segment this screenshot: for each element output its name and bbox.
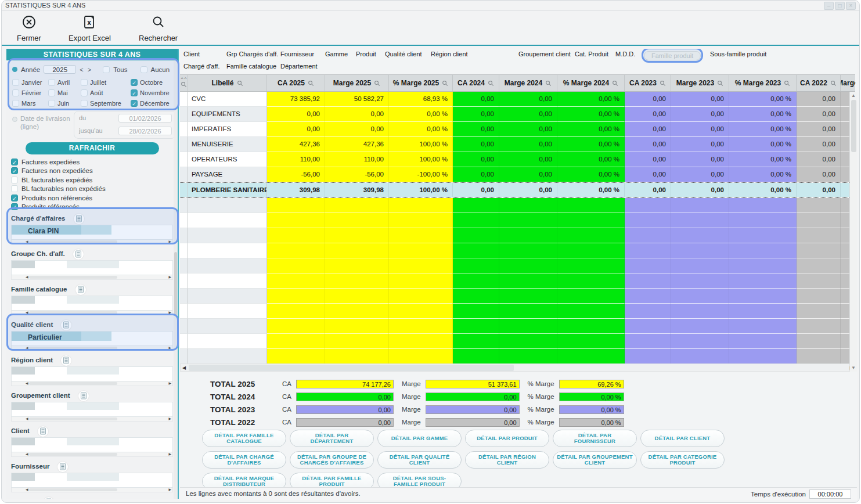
annee-input[interactable]: 2025 [44, 65, 76, 74]
filter-listbox[interactable] [11, 437, 173, 452]
aucun-checkbox[interactable] [141, 66, 147, 73]
list-picker-icon[interactable] [38, 426, 48, 437]
table-row[interactable] [180, 228, 855, 243]
table-row[interactable] [180, 243, 855, 258]
scroll-up-icon[interactable]: ▲ [851, 93, 856, 98]
listbox-scroll-thumb[interactable] [29, 382, 117, 385]
list-picker-icon[interactable] [61, 320, 71, 330]
table-row[interactable]: IMPERATIFS0,000,000,00 %0,000,000,00 %0,… [180, 122, 855, 137]
scroll-right-icon[interactable]: ▶ [168, 240, 171, 244]
scroll-left-icon[interactable]: ◀ [26, 275, 28, 279]
listbox-scroll-thumb[interactable] [29, 347, 117, 350]
listbox-scrollbar[interactable]: ◀▶ [11, 381, 173, 386]
list-picker-icon[interactable] [61, 355, 71, 366]
month-checkbox-décembre[interactable]: ✓ [131, 100, 138, 107]
table-row[interactable] [180, 334, 855, 349]
option-checkbox[interactable]: ✓ [11, 167, 18, 174]
scroll-left-icon[interactable]: ◀ [26, 240, 28, 244]
scroll-right-icon[interactable]: ▶ [168, 311, 171, 315]
listbox-scrollbar[interactable]: ◀▶ [11, 311, 173, 315]
filter-listbox[interactable]: Particulier [11, 331, 173, 346]
table-row[interactable]: PAYSAGE-56,00-56,00-100,00 %0,000,000,00… [180, 167, 855, 182]
detail-button-d-tail-par-qualit-client[interactable]: DÉTAIL PAR QUALITÉ CLIENT [377, 451, 462, 469]
detail-button-d-tail-par-r-gion-client[interactable]: DÉTAIL PAR RÉGION CLIENT [465, 451, 549, 469]
month-checkbox-août[interactable] [81, 89, 88, 96]
vscroll-thumb[interactable] [851, 100, 856, 152]
listbox-scroll-thumb[interactable] [29, 488, 117, 491]
column-header-marge-2023[interactable]: Marge 2023 [671, 75, 729, 91]
filter-listbox[interactable] [11, 260, 173, 275]
table-row[interactable]: PLOMBERIE SANITAIRE309,98309,98100,00 %0… [180, 182, 855, 198]
annee-radio[interactable] [12, 67, 17, 72]
detail-button-d-tail-par-gamme[interactable]: DÉTAIL PAR GAMME [377, 430, 462, 447]
listbox-scrollbar[interactable]: ◀▶ [11, 488, 173, 492]
fermer-button[interactable]: Fermer [17, 15, 41, 42]
list-picker-icon[interactable] [57, 462, 68, 472]
listbox-scrollbar[interactable]: ◀▶ [11, 452, 173, 457]
table-row[interactable] [180, 273, 855, 289]
table-corner[interactable]: ^ ^ [180, 75, 188, 91]
month-checkbox-mars[interactable] [12, 100, 19, 107]
table-row[interactable]: CVC73 385,9250 582,2768,93 %0,000,000,00… [180, 92, 855, 107]
detail-button-d-tail-par-d-partement[interactable]: DÉTAIL PAR DÉPARTEMENT [290, 430, 374, 447]
tab-famille-catalogue[interactable]: Famille catalogue [226, 63, 276, 70]
scroll-right-icon[interactable]: ▶ [168, 488, 171, 492]
column-header-ca-2023[interactable]: CA 2023 [625, 75, 671, 91]
tous-checkbox[interactable] [103, 66, 110, 73]
detail-button-d-tail-par-client[interactable]: DÉTAIL PAR CLIENT [640, 430, 725, 447]
listbox-scrollbar[interactable]: ◀▶ [11, 240, 173, 244]
listbox-scroll-thumb[interactable] [29, 311, 117, 314]
table-row[interactable] [180, 319, 855, 334]
year-spinner[interactable]: < > [80, 66, 92, 73]
tab-groupement-client[interactable]: Groupement client [518, 51, 571, 57]
more-columns-icon[interactable]: › [853, 79, 856, 86]
detail-button-d-tail-par-groupement-client[interactable]: DÉTAIL PAR GROUPEMENT CLIENT [553, 451, 637, 469]
detail-button-d-tail-par-charg-d-affaires[interactable]: DÉTAIL PAR CHARGÉ D'AFFAIRES [202, 451, 286, 469]
scroll-right-icon[interactable]: ▶ [168, 452, 171, 456]
column-header--marge-2024[interactable]: % Marge 2024 [557, 75, 625, 91]
listbox-scroll-thumb[interactable] [29, 276, 117, 279]
column-header-marge-2025[interactable]: Marge 2025 [325, 75, 389, 91]
listbox-scroll-thumb[interactable] [29, 417, 117, 420]
minimize-button[interactable]: – [824, 2, 834, 10]
detail-button-d-tail-par-famille-catalogue[interactable]: DÉTAIL PAR FAMILLE CATALOGUE [202, 430, 286, 447]
hscroll-thumb[interactable] [189, 365, 514, 371]
scroll-right-icon[interactable]: ▶ [168, 417, 171, 421]
column-header-ca-2022[interactable]: CA 2022 [797, 75, 841, 91]
scroll-left-icon[interactable]: ◀ [182, 365, 186, 370]
month-checkbox-juillet[interactable] [81, 79, 88, 86]
tab-charg-d-aff-[interactable]: Chargé d'aff. [183, 63, 219, 70]
scroll-left-icon[interactable]: ◀ [26, 381, 28, 386]
list-picker-icon[interactable] [73, 249, 84, 260]
filter-listbox[interactable] [11, 296, 173, 311]
scroll-down-icon[interactable]: ▼ [851, 365, 856, 370]
table-row[interactable] [180, 349, 855, 363]
table-row[interactable]: OPERATEURS110,00110,00100,00 %0,000,000,… [180, 152, 855, 167]
listbox-scrollbar[interactable]: ◀▶ [11, 346, 173, 351]
table-row[interactable] [180, 289, 855, 304]
tab-d-partement[interactable]: Département [280, 63, 318, 70]
delivery-radio[interactable] [12, 117, 17, 122]
column-header-marge-2022[interactable]: Marge 2022 [841, 75, 855, 91]
table-row[interactable] [180, 213, 855, 228]
list-picker-icon[interactable] [44, 497, 54, 499]
option-checkbox[interactable] [11, 185, 18, 192]
listbox-scrollbar[interactable]: ◀▶ [11, 275, 173, 280]
filter-listbox[interactable] [11, 402, 173, 417]
sidebar-scrollbar[interactable] [174, 60, 178, 499]
listbox-scroll-thumb[interactable] [29, 453, 117, 456]
scroll-left-icon[interactable]: ◀ [26, 311, 28, 315]
filter-selected-value[interactable]: Clara PIN [12, 225, 111, 235]
filter-listbox[interactable]: Clara PIN [11, 225, 173, 240]
column-header-libell-[interactable]: Libellé [188, 75, 267, 91]
table-horizontal-scrollbar[interactable]: ◀ ▶ [180, 363, 855, 372]
scroll-left-icon[interactable]: ◀ [26, 346, 28, 350]
table-row[interactable] [180, 198, 855, 213]
detail-button-d-tail-par-fournisseur[interactable]: DÉTAIL PAR FOURNISSEUR [553, 430, 637, 447]
tab-sous-famille-produit[interactable]: Sous-famille produit [710, 51, 766, 57]
scroll-left-icon[interactable]: ◀ [26, 417, 28, 421]
tab-cat-produit[interactable]: Cat. Produit [575, 51, 608, 57]
du-input[interactable]: 01/02/2026 [118, 114, 172, 123]
jusquau-input[interactable]: 28/02/2026 [118, 127, 172, 135]
month-checkbox-janvier[interactable] [12, 79, 19, 86]
